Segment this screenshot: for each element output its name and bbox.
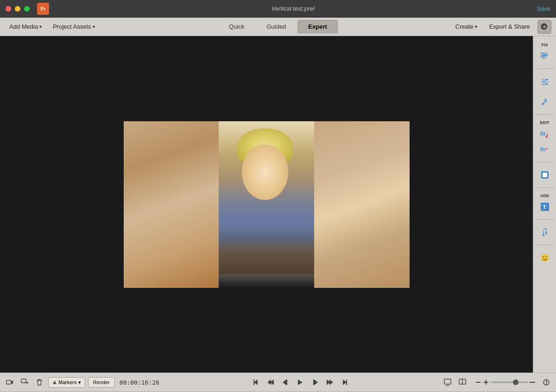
zoom-in-icon [483,379,489,386]
divider-6 [536,245,554,245]
add-media-caret: ▾ [39,24,42,29]
add-section: ADD T [538,191,552,217]
fx1-icon[interactable]: fx [538,127,552,141]
settings-button[interactable] [537,20,551,34]
split-view-button[interactable] [456,376,468,388]
svg-point-50 [546,384,547,385]
export-share-button[interactable]: Export & Share [485,21,535,32]
adjust-section [538,72,552,91]
preview-video [124,121,410,288]
transport-bar: Markers ▾ Render 00:00:16:28 [0,373,556,392]
svg-point-11 [545,81,547,83]
svg-rect-41 [346,380,347,385]
tab-expert[interactable]: Expert [297,20,337,33]
menu-left: Add Media ▾ Project Assets ▾ [5,21,100,32]
tab-group: Quick Guided Expert [218,20,338,33]
svg-point-21 [543,234,544,236]
divider-5 [536,219,554,220]
svg-point-23 [541,254,549,261]
zoom-out-icon [475,379,481,386]
edit-label: EDIT [540,120,550,125]
svg-point-15 [546,136,548,138]
skip-to-end-button[interactable] [339,376,351,388]
svg-point-12 [543,83,545,86]
add-media-button[interactable]: Add Media ▾ [5,21,46,32]
fix-label: FIX [541,43,548,47]
menu-bar: Add Media ▾ Project Assets ▾ Quick Guide… [0,18,556,36]
svg-marker-29 [254,380,258,385]
svg-text:T: T [543,204,546,210]
svg-rect-2 [541,53,544,54]
create-button[interactable]: Create ▾ [451,21,482,32]
svg-rect-37 [313,380,314,385]
maximize-button[interactable] [24,6,30,12]
music-icon[interactable] [538,225,552,239]
timecode-display: 00:00:16:28 [120,379,159,386]
markers-caret: ▾ [78,380,81,386]
export-tool-button[interactable] [19,376,31,388]
edit-section: EDIT fx fx [538,118,552,159]
emoji-icon[interactable] [538,251,552,265]
zoom-slider[interactable] [491,381,528,383]
svg-rect-30 [253,380,254,385]
project-assets-caret: ▾ [93,24,95,29]
camera-tool-button[interactable] [4,376,16,388]
mask-icon[interactable] [538,168,552,182]
svg-point-24 [543,256,544,257]
project-assets-button[interactable]: Project Assets ▾ [48,21,99,32]
title-bar-left: Pr [6,3,49,15]
svg-text:fx: fx [540,146,546,153]
svg-rect-48 [530,382,535,383]
rewind-button[interactable] [265,376,277,388]
save-button[interactable]: Save [537,5,550,12]
emoji-section [538,248,552,268]
video-center-panel [219,121,314,288]
filename-label: Vertical test.prel [272,5,315,12]
tab-guided[interactable]: Guided [256,20,297,33]
fix-icon[interactable] [538,49,552,63]
skip-to-start-button[interactable] [250,376,262,388]
video-right-panel [314,121,410,288]
svg-rect-45 [476,382,480,383]
tools-section [538,92,552,112]
close-button[interactable] [6,6,11,12]
step-back-button[interactable] [279,376,291,388]
preview-area [0,36,533,373]
svg-rect-42 [444,379,451,384]
svg-rect-47 [484,382,488,383]
help-button[interactable] [540,376,552,388]
adjust-icon[interactable] [538,75,552,88]
svg-rect-4 [541,56,543,57]
divider-2 [536,114,554,115]
svg-point-13 [542,103,543,105]
svg-marker-35 [298,380,303,385]
music-section [538,223,552,242]
fast-forward-button[interactable] [324,376,336,388]
svg-marker-33 [283,380,286,385]
fx2-icon[interactable]: fx [538,143,552,156]
divider-1 [536,68,554,69]
app-logo: Pr [37,3,49,15]
svg-marker-39 [329,380,333,385]
zoom-max-icon [529,379,536,386]
svg-rect-34 [286,380,287,385]
title-bar: Pr Vertical test.prel Save [0,0,556,18]
menu-right: Create ▾ Export & Share [451,20,551,34]
tab-quick[interactable]: Quick [218,20,255,33]
delete-button[interactable] [33,376,45,388]
render-button[interactable]: Render [88,377,115,387]
create-caret: ▾ [475,24,477,29]
add-label: ADD [540,193,550,198]
right-panel: FIX [533,36,556,373]
svg-point-25 [546,256,547,257]
tools-icon[interactable] [538,95,552,109]
step-forward-button[interactable] [309,376,321,388]
mask-section [538,165,552,185]
svg-marker-40 [343,380,347,385]
minimize-button[interactable] [15,6,20,12]
markers-button[interactable]: Markers ▾ [48,377,85,388]
play-button[interactable] [294,376,306,388]
fix-section: FIX [538,40,552,66]
text-icon[interactable]: T [538,200,552,214]
monitor-settings-button[interactable] [442,376,454,388]
